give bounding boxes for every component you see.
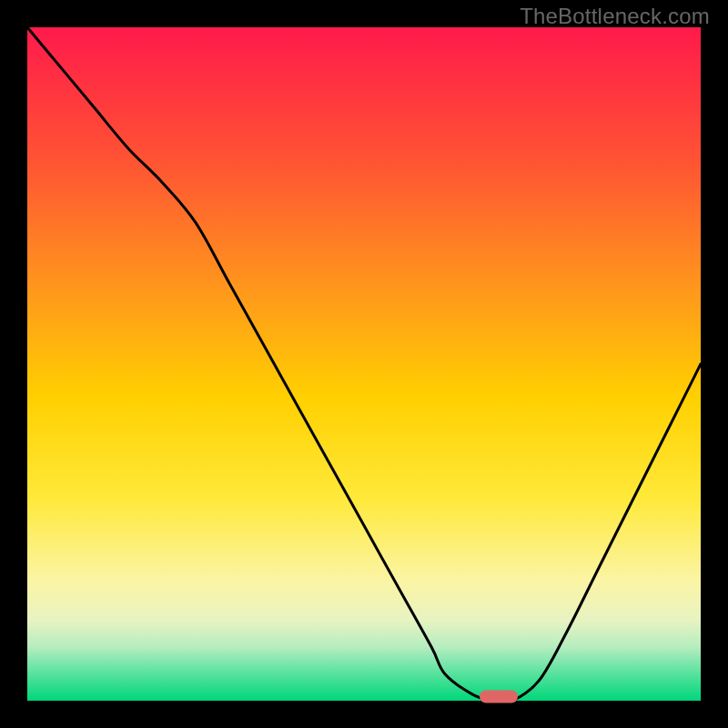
chart-svg — [0, 0, 728, 728]
optimal-marker — [480, 691, 518, 703]
plot-background — [27, 27, 701, 701]
chart-frame: TheBottleneck.com — [0, 0, 728, 728]
